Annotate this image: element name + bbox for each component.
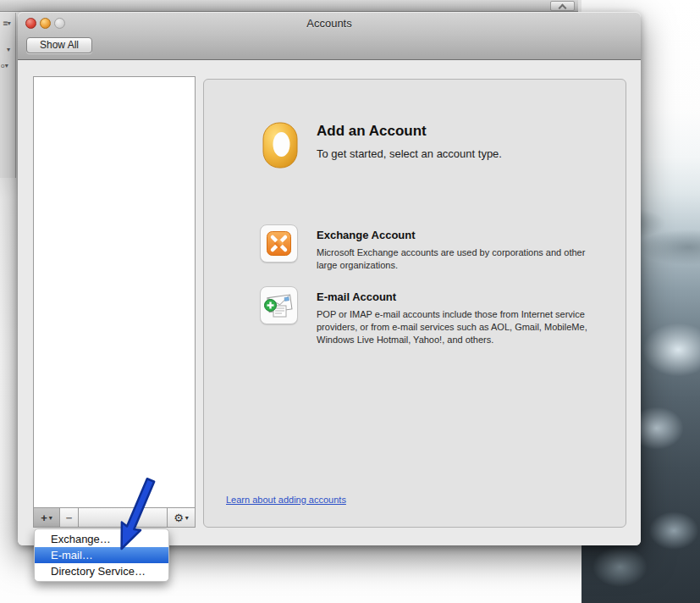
account-list[interactable] xyxy=(34,77,195,507)
email-account-option[interactable] xyxy=(260,286,298,324)
email-account-description: POP or IMAP e-mail accounts include thos… xyxy=(317,308,596,346)
panel-header: Add an Account To get started, select an… xyxy=(317,123,502,160)
exchange-account-description: Microsoft Exchange accounts are used by … xyxy=(317,246,596,272)
add-account-menu: Exchange… E-mail… Directory Service… xyxy=(34,528,169,582)
menu-item-exchange[interactable]: Exchange… xyxy=(35,531,168,547)
account-actions-menu-button[interactable]: ⚙ ▾ xyxy=(167,508,195,527)
background-fragment: ≣▾ xyxy=(3,19,10,27)
exchange-icon xyxy=(261,225,297,262)
email-account-title: E-mail Account xyxy=(317,290,596,303)
scroll-up-button[interactable] xyxy=(550,1,575,11)
minus-icon: − xyxy=(66,512,73,524)
background-fragment: ▾ xyxy=(7,46,9,53)
remove-account-button[interactable]: − xyxy=(60,508,79,527)
action-bar-spacer xyxy=(79,508,167,527)
sidebar-action-bar: + ▾ − ⚙ ▾ xyxy=(34,507,195,527)
background-left-panel: ≣▾ ▾ o ▾ xyxy=(0,13,16,178)
email-account-text[interactable]: E-mail Account POP or IMAP e-mail accoun… xyxy=(317,290,596,346)
outlook-logo-icon xyxy=(262,122,298,173)
titlebar[interactable]: Accounts Show All xyxy=(18,12,641,60)
accounts-sidebar: + ▾ − ⚙ ▾ xyxy=(33,76,196,528)
gear-icon: ⚙ xyxy=(174,512,184,524)
chevron-down-icon: ▾ xyxy=(49,514,52,522)
add-account-panel: Add an Account To get started, select an… xyxy=(203,79,626,528)
plus-icon: + xyxy=(41,512,47,524)
window-content: + ▾ − ⚙ ▾ xyxy=(18,60,641,545)
chevron-up-icon xyxy=(559,4,567,13)
learn-about-accounts-link[interactable]: Learn about adding accounts xyxy=(226,495,346,505)
menu-item-email[interactable]: E-mail… xyxy=(35,547,168,563)
panel-title: Add an Account xyxy=(317,123,502,140)
window-title: Accounts xyxy=(18,17,641,30)
accounts-window: Accounts Show All + ▾ − ⚙ ▾ xyxy=(18,12,641,545)
chevron-down-icon: ▾ xyxy=(185,514,189,522)
exchange-account-text[interactable]: Exchange Account Microsoft Exchange acco… xyxy=(317,229,596,272)
show-all-button[interactable]: Show All xyxy=(26,37,92,53)
exchange-account-title: Exchange Account xyxy=(317,229,596,241)
menu-item-directory-service[interactable]: Directory Service… xyxy=(35,563,168,579)
add-account-button[interactable]: + ▾ xyxy=(34,508,60,527)
background-fragment: o ▾ xyxy=(1,62,8,69)
exchange-account-option[interactable] xyxy=(260,224,298,263)
email-icon xyxy=(261,287,297,324)
background-window-toolbar xyxy=(0,0,578,12)
panel-subtitle: To get started, select an account type. xyxy=(317,147,502,160)
